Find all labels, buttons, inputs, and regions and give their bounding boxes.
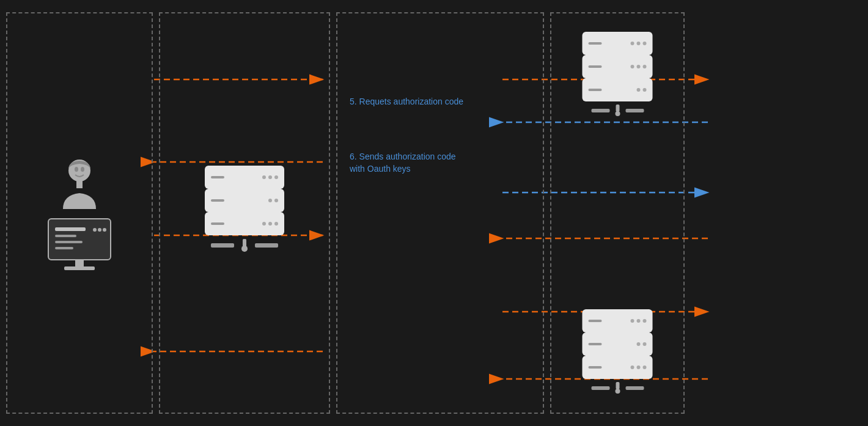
svg-rect-19 xyxy=(49,219,110,259)
svg-point-32 xyxy=(615,111,620,116)
svg-rect-17 xyxy=(76,180,83,188)
label-request-auth: 5. Requets authorization code xyxy=(350,96,463,108)
svg-rect-21 xyxy=(55,235,76,237)
panel-app xyxy=(159,12,330,414)
server-unit-2 xyxy=(205,188,284,211)
app-server-stack xyxy=(205,165,284,252)
panel-user xyxy=(6,12,153,414)
person-icon xyxy=(52,155,107,210)
svg-point-24 xyxy=(93,228,97,232)
user-icon-area xyxy=(7,13,152,413)
svg-point-34 xyxy=(615,389,620,394)
panel-auth: 5. Requets authorization code 6. Sends a… xyxy=(336,12,544,414)
diagram-container: 5. Requets authorization code 6. Sends a… xyxy=(0,0,868,426)
server-thumb-icon xyxy=(235,238,254,252)
server-unit-1 xyxy=(205,165,284,188)
svg-rect-22 xyxy=(55,241,83,243)
svg-point-25 xyxy=(98,228,101,232)
res-server-unit-b1 xyxy=(583,309,653,332)
res-server-unit-b3 xyxy=(583,356,653,379)
res-server-unit-2 xyxy=(583,55,653,78)
resource-bottom-server-stack xyxy=(583,309,653,394)
server-unit-3 xyxy=(205,211,284,235)
res-top-thumb-icon xyxy=(609,105,625,117)
svg-point-16 xyxy=(81,167,84,172)
svg-rect-20 xyxy=(55,227,86,231)
panel-resource xyxy=(550,12,685,414)
res-server-unit-b2 xyxy=(583,332,653,356)
res-bottom-thumb-icon xyxy=(609,382,625,394)
monitor-icon xyxy=(46,216,113,271)
svg-rect-28 xyxy=(64,266,95,270)
svg-rect-23 xyxy=(55,247,73,249)
svg-rect-27 xyxy=(75,259,84,266)
res-server-unit-1 xyxy=(583,32,653,55)
label-sends-auth: 6. Sends authorization code with Oauth k… xyxy=(350,151,472,175)
svg-point-30 xyxy=(241,245,248,251)
res-server-unit-3 xyxy=(583,78,653,101)
svg-rect-31 xyxy=(616,105,619,112)
svg-point-15 xyxy=(75,167,78,172)
svg-rect-33 xyxy=(616,382,619,389)
svg-point-26 xyxy=(103,228,106,232)
resource-top-server-stack xyxy=(583,32,653,117)
